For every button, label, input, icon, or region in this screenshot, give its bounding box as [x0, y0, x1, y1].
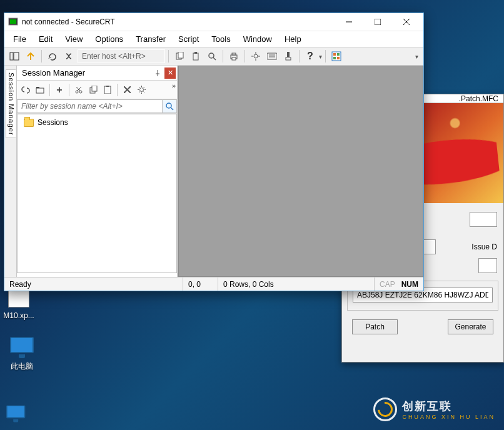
panel-toolbar: + »: [17, 81, 177, 99]
new-session-icon[interactable]: +: [53, 83, 66, 97]
toolbar-overflow-icon[interactable]: ▾: [415, 53, 421, 60]
svg-rect-40: [104, 86, 111, 94]
minimize-button[interactable]: [335, 13, 363, 31]
svg-rect-7: [14, 52, 19, 60]
find-icon[interactable]: [204, 49, 219, 64]
svg-rect-22: [267, 53, 277, 59]
svg-rect-10: [193, 53, 198, 60]
toolbar-separator: [223, 50, 223, 62]
menubar: File Edit View Options Transfer Script T…: [4, 31, 423, 47]
patch-title-text: .Patch.MFC: [459, 94, 498, 102]
new-tab-icon[interactable]: [33, 83, 47, 97]
desktop-icon-label: 此电脑: [0, 361, 44, 372]
session-tree[interactable]: Sessions: [17, 114, 177, 273]
desktop-icon-label: M10.xp...: [0, 311, 38, 320]
menu-tools[interactable]: Tools: [205, 32, 236, 46]
menu-help[interactable]: Help: [278, 32, 308, 46]
session-manager-toggle-icon[interactable]: [7, 49, 22, 64]
svg-rect-16: [232, 58, 236, 60]
svg-point-17: [254, 54, 258, 58]
panel-close-icon[interactable]: ✕: [164, 68, 176, 79]
svg-point-12: [209, 53, 214, 58]
status-cap: CAP: [380, 280, 395, 289]
menu-options[interactable]: Options: [89, 32, 129, 46]
toolbar-separator: [299, 50, 300, 62]
svg-rect-6: [10, 52, 13, 60]
svg-rect-3: [375, 19, 381, 25]
desktop-icon-this-pc[interactable]: 此电脑: [0, 331, 44, 372]
toolbar-separator: [325, 50, 326, 62]
terminal-area[interactable]: [178, 66, 423, 277]
svg-rect-30: [333, 57, 336, 59]
app-icon: [8, 17, 18, 27]
keyboard-icon[interactable]: [265, 49, 280, 64]
host-input[interactable]: Enter host <Alt+R>: [78, 49, 165, 63]
toolbar-separator: [41, 50, 42, 62]
svg-rect-41: [106, 86, 109, 87]
menu-edit[interactable]: Edit: [33, 32, 59, 46]
main-toolbar: Enter host <Alt+R> ? ▾ ▾: [4, 47, 423, 66]
tree-root-sessions[interactable]: Sessions: [21, 117, 173, 128]
copy-icon[interactable]: [172, 49, 187, 64]
session-manager-panel: Session Manager ✕ + »: [17, 66, 178, 277]
titlebar[interactable]: not connected - SecureCRT: [4, 13, 423, 31]
securecrt-window: not connected - SecureCRT File Edit View…: [4, 12, 424, 291]
svg-rect-11: [194, 52, 197, 54]
menu-file[interactable]: File: [7, 32, 33, 46]
side-tab-session-manager[interactable]: Session Manager: [6, 69, 16, 138]
watermark-logo-icon: [373, 398, 397, 421]
reconnect-icon[interactable]: [45, 49, 60, 64]
menu-script[interactable]: Script: [172, 32, 205, 46]
watermark-cn: 创新互联: [402, 399, 495, 414]
svg-rect-33: [36, 87, 39, 88]
print-icon[interactable]: [226, 49, 241, 64]
properties-icon[interactable]: [134, 83, 148, 97]
monitor-icon: [10, 337, 34, 353]
pin-icon[interactable]: [152, 68, 163, 79]
tree-item-label: Sessions: [38, 118, 68, 127]
patch-issue-input[interactable]: [478, 258, 497, 273]
activator-icon[interactable]: [329, 49, 344, 64]
help-icon[interactable]: ?: [303, 49, 318, 64]
patch-small-input-1[interactable]: [470, 212, 497, 227]
svg-rect-15: [232, 53, 236, 55]
side-dock: Session Manager: [4, 66, 17, 277]
copy-session-icon[interactable]: [86, 83, 100, 97]
folder-icon: [24, 119, 34, 127]
status-locks: CAP NUM: [375, 278, 423, 291]
svg-rect-39: [92, 86, 97, 91]
status-ready: Ready: [4, 278, 183, 291]
toggle-icon[interactable]: [281, 49, 296, 64]
svg-rect-31: [337, 57, 340, 59]
toolbar-overflow-icon[interactable]: »: [172, 82, 176, 89]
maximize-button[interactable]: [363, 13, 392, 31]
menu-window[interactable]: Window: [237, 32, 278, 46]
svg-rect-25: [287, 52, 290, 57]
filter-input[interactable]: [17, 99, 162, 113]
generate-button[interactable]: Generate: [448, 319, 493, 334]
connect-icon[interactable]: [19, 83, 33, 97]
toolbar-separator: [69, 84, 69, 96]
disconnect-icon[interactable]: [61, 49, 76, 64]
paste-icon[interactable]: [188, 49, 203, 64]
paste-session-icon[interactable]: [101, 83, 114, 97]
svg-line-49: [139, 87, 140, 88]
watermark: 创新互联 CHUANG XIN HU LIAN: [373, 398, 495, 421]
svg-rect-9: [178, 52, 183, 58]
desktop-icon-network[interactable]: 网络: [0, 400, 38, 430]
panel-header[interactable]: Session Manager ✕: [17, 66, 177, 81]
status-num: NUM: [401, 280, 418, 289]
delete-icon[interactable]: [120, 83, 134, 97]
window-title: not connected - SecureCRT: [22, 18, 335, 26]
svg-line-54: [171, 108, 173, 110]
menu-view[interactable]: View: [59, 32, 89, 46]
filter-search-icon[interactable]: [162, 99, 177, 113]
quick-connect-icon[interactable]: [23, 49, 38, 64]
settings-icon[interactable]: [248, 49, 263, 64]
toolbar-separator: [168, 50, 169, 62]
patch-button[interactable]: Patch: [352, 319, 398, 334]
svg-line-50: [143, 92, 144, 93]
menu-transfer[interactable]: Transfer: [129, 32, 172, 46]
close-button[interactable]: [392, 13, 421, 31]
cut-icon[interactable]: [72, 83, 86, 97]
